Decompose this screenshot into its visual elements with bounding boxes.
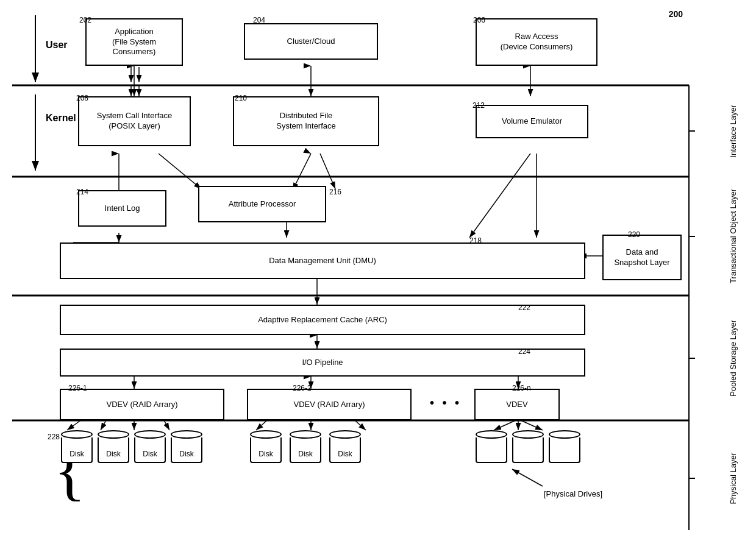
ref-224: 224 <box>518 347 530 356</box>
data-snapshot-label: Data andSnapshot Layer <box>614 247 669 268</box>
io-pipeline-box: I/O Pipeline <box>60 349 585 377</box>
vdev2-box: VDEV (RAID Arrary) <box>247 389 412 420</box>
raw-access-label: Raw Access(Device Consumers) <box>501 32 572 52</box>
ellipsis: • • • <box>430 396 462 410</box>
interface-layer-label: Interface Layer <box>729 85 738 177</box>
app-box: Application(File SystemConsumers) <box>85 18 183 66</box>
disk-3: Disk <box>134 430 166 463</box>
physical-drives-label: [Physical Drives] <box>544 489 602 498</box>
svg-line-37 <box>163 419 169 430</box>
ref-226-2: 226-2 <box>293 384 312 392</box>
syscall-label: System Call Interface(POSIX Layer) <box>97 111 173 132</box>
cluster-label: Cluster/Cloud <box>287 37 335 47</box>
disk-7: Disk <box>329 430 361 463</box>
transactional-layer-label: Transactional Object Layer <box>729 177 738 296</box>
disk-8 <box>476 430 507 463</box>
vdev1-box: VDEV (RAID Arrary) <box>60 389 224 420</box>
ref-212: 212 <box>472 101 485 110</box>
ref-220: 220 <box>628 230 640 239</box>
kernel-label: Kernel <box>46 113 76 124</box>
ref-208: 208 <box>76 94 88 102</box>
ref-218: 218 <box>469 236 482 245</box>
vdev3-label: VDEV <box>506 400 527 410</box>
intent-log-label: Intent Log <box>105 204 140 214</box>
attr-proc-box: Attribute Processor <box>198 186 326 222</box>
vdev3-box: VDEV <box>474 389 560 420</box>
raw-access-box: Raw Access(Device Consumers) <box>476 18 597 66</box>
diagram: 200 User Kernel Application(File SystemC… <box>12 6 744 530</box>
arc-label: Adaptive Replacement Cache (ARC) <box>258 315 387 325</box>
cluster-box: Cluster/Cloud <box>244 23 378 60</box>
io-pipeline-label: I/O Pipeline <box>302 358 343 368</box>
volume-box: Volume Emulator <box>476 105 588 138</box>
ref-202: 202 <box>79 16 91 24</box>
svg-line-35 <box>101 419 107 430</box>
svg-line-43 <box>518 419 543 430</box>
svg-line-20 <box>320 154 335 189</box>
ref-206: 206 <box>473 16 485 24</box>
volume-label: Volume Emulator <box>502 116 562 127</box>
dfs-label: Distributed FileSystem Interface <box>276 111 336 132</box>
user-label: User <box>46 40 68 51</box>
pooled-layer-label: Pooled Storage Layer <box>729 296 738 420</box>
data-snapshot-box: Data andSnapshot Layer <box>602 235 682 280</box>
app-label: Application(File SystemConsumers) <box>112 27 156 58</box>
svg-line-34 <box>67 419 82 430</box>
svg-line-18 <box>159 154 201 189</box>
ref-204: 204 <box>253 16 265 24</box>
dmu-label: Data Management Unit (DMU) <box>269 256 376 266</box>
ref-226-1: 226-1 <box>68 384 87 392</box>
svg-line-21 <box>469 154 530 238</box>
disk-5: Disk <box>250 430 282 463</box>
disk-9 <box>512 430 544 463</box>
dfs-box: Distributed FileSystem Interface <box>233 96 379 146</box>
dmu-box: Data Management Unit (DMU) <box>60 242 585 279</box>
svg-line-40 <box>354 419 366 430</box>
svg-line-38 <box>256 419 268 430</box>
physical-layer-label: Physical Layer <box>729 420 738 536</box>
ref-216: 216 <box>329 188 341 196</box>
arc-box: Adaptive Replacement Cache (ARC) <box>60 305 585 335</box>
disk-10 <box>549 430 580 463</box>
ref-210: 210 <box>235 94 247 102</box>
figure-number: 200 <box>669 9 683 19</box>
disk-4: Disk <box>171 430 202 463</box>
ref-222: 222 <box>518 303 530 312</box>
intent-log-box: Intent Log <box>78 190 166 227</box>
syscall-box: System Call Interface(POSIX Layer) <box>78 96 191 146</box>
attr-proc-label: Attribute Processor <box>229 199 296 210</box>
vdev2-label: VDEV (RAID Arrary) <box>293 400 365 410</box>
disk-1: Disk <box>61 430 93 463</box>
svg-line-44 <box>512 469 543 486</box>
ref-214: 214 <box>76 188 88 196</box>
svg-line-19 <box>293 154 311 190</box>
disk-6: Disk <box>290 430 321 463</box>
svg-line-41 <box>494 419 518 430</box>
vdev1-label: VDEV (RAID Arrary) <box>106 400 177 410</box>
disk-2: Disk <box>98 430 129 463</box>
ref-226-n: 226-n <box>512 384 531 392</box>
